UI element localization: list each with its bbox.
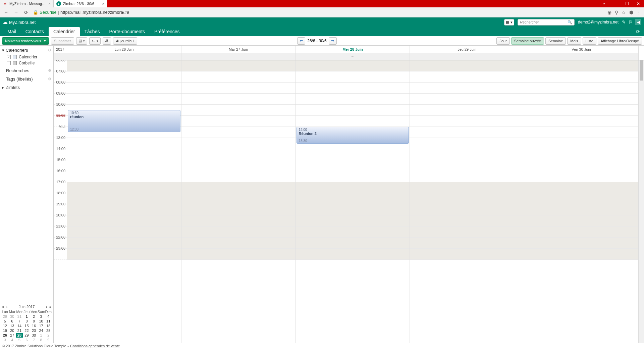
minical-day[interactable]: 24 [38, 328, 45, 333]
minical-day[interactable]: 27 [9, 333, 16, 338]
minical-day[interactable]: 29 [1, 314, 9, 319]
delete-button[interactable]: Supprimer [51, 37, 74, 45]
minical-day[interactable]: 3 [38, 314, 45, 319]
minical-day[interactable]: 9 [30, 319, 38, 323]
minical-day[interactable]: 14 [16, 323, 23, 328]
gear-icon[interactable]: ⚙ [48, 77, 51, 81]
grip-icon[interactable]: ⋯ [296, 53, 410, 60]
calendar-event[interactable]: 12:00Réunion 213:30 [297, 127, 409, 144]
day-column[interactable] [181, 60, 296, 343]
minical-day[interactable]: 30 [9, 314, 16, 319]
sidebar-zimlets-head[interactable]: ▸ Zimlets [0, 83, 53, 91]
compose-icon[interactable]: ✎ [622, 19, 626, 25]
refresh-icon[interactable]: ⟳ [636, 29, 640, 34]
minical-day[interactable]: 13 [9, 323, 16, 328]
view-week-button[interactable]: Semaine [545, 37, 566, 45]
eye-icon[interactable]: ◉ [607, 10, 611, 15]
tab-briefcase[interactable]: Porte-documents [104, 27, 150, 36]
extension-icon[interactable]: ⬢ [629, 10, 633, 15]
minical-day[interactable]: 12 [1, 323, 9, 328]
day-column[interactable]: 12:00Réunion 213:30 [296, 60, 410, 343]
calendar-event[interactable]: 10:30réunion12:30 [68, 110, 180, 132]
minical-day[interactable]: 4 [9, 338, 16, 342]
user-icon[interactable]: ▪ [598, 0, 610, 7]
print-button[interactable]: 🖶 [103, 37, 111, 45]
forward-button[interactable]: → [13, 10, 19, 15]
minical-day[interactable]: 2 [30, 314, 38, 319]
day-column[interactable] [410, 60, 524, 343]
minical-day[interactable]: 8 [38, 338, 45, 342]
minical-day[interactable]: 23 [30, 328, 38, 333]
collapse-panel-icon[interactable]: ◀ [635, 19, 641, 25]
day-column[interactable] [524, 60, 639, 343]
scrollbar[interactable] [639, 60, 644, 343]
minical-day[interactable]: 6 [23, 338, 31, 342]
new-appointment-button[interactable]: Nouveau rendez-vous ▾ [2, 37, 49, 45]
tab-preferences[interactable]: Préférences [150, 27, 184, 36]
minical-day[interactable]: 10 [38, 319, 45, 323]
maximize-icon[interactable]: ☐ [621, 0, 633, 7]
close-window-icon[interactable]: ✕ [633, 0, 644, 7]
search-input[interactable]: Rechercher 🔍 [518, 19, 575, 26]
url-field[interactable]: 🔒 Sécurisé | https://mail.myzimbra.net/z… [33, 10, 604, 15]
minical-day[interactable]: 5 [16, 338, 23, 342]
minimize-icon[interactable]: — [610, 0, 621, 7]
day-header[interactable]: Mar 27 Juin [181, 46, 296, 53]
move-button[interactable]: ▤▾ [76, 37, 87, 45]
minical-day[interactable]: 2 [45, 333, 52, 338]
browser-tab[interactable]: ● Zimbra: 26/6 - 30/6 × [54, 0, 107, 7]
minical-day[interactable]: 18 [45, 323, 52, 328]
search-icon[interactable]: 🔍 [568, 20, 572, 24]
star-icon[interactable]: ☆ [622, 10, 626, 15]
day-column[interactable]: 10:30réunion12:30 [67, 60, 181, 343]
tab-calendar[interactable]: Calendrier [49, 27, 80, 36]
browser-tab[interactable]: ✱ MyZimbra - Messagerie × [0, 0, 54, 7]
gear-icon[interactable]: ⚙ [48, 48, 51, 52]
view-workweek-button[interactable]: Semaine ouvrée [511, 37, 544, 45]
logout-icon[interactable]: ⎘ [629, 19, 632, 25]
minical-prev-year[interactable]: « [1, 305, 5, 309]
minical-day[interactable]: 22 [23, 328, 31, 333]
search-scope-select[interactable]: ▦ ▾ [504, 19, 514, 26]
minical-prev-month[interactable]: ‹ [5, 305, 8, 309]
day-header[interactable]: Ven 30 Juin [524, 46, 639, 53]
menu-icon[interactable]: ⋮ [637, 10, 641, 15]
next-range-button[interactable]: ➡ [329, 37, 337, 45]
minical-day[interactable]: 29 [23, 333, 31, 338]
minical-day[interactable]: 25 [45, 328, 52, 333]
minical-day[interactable]: 6 [9, 319, 16, 323]
view-month-button[interactable]: Mois [567, 37, 581, 45]
sidebar-tags-head[interactable]: Tags (libellés) ⚙ [0, 74, 53, 83]
minical-day[interactable]: 26 [1, 333, 9, 338]
minical-day[interactable]: 5 [1, 319, 9, 323]
minical-day[interactable]: 4 [45, 314, 52, 319]
minical-day[interactable]: 19 [1, 328, 9, 333]
minical-day[interactable]: 3 [1, 338, 9, 342]
footer-link[interactable]: Conditions générales de vente [70, 344, 120, 348]
minical-day[interactable]: 7 [16, 319, 23, 323]
minical-next-month[interactable]: › [45, 305, 48, 309]
close-icon[interactable]: × [49, 2, 51, 6]
day-header[interactable]: Jeu 29 Juin [410, 46, 524, 53]
tag-button[interactable]: 🏷▾ [89, 37, 101, 45]
view-list-button[interactable]: Liste [583, 37, 596, 45]
view-freebusy-button[interactable]: Affichage Libre/Occupé [598, 37, 642, 45]
allday-row[interactable]: ⋯ [54, 53, 644, 60]
day-header[interactable]: Mer 28 Juin [296, 46, 410, 53]
minical-day[interactable]: 30 [30, 333, 38, 338]
today-button[interactable]: Aujourd'hui [113, 37, 138, 45]
brand-logo[interactable]: ☁ MyZimbra.net [3, 19, 36, 25]
checkbox[interactable]: ✓ [7, 55, 11, 59]
tab-tasks[interactable]: Tâches [80, 27, 105, 36]
minical-day[interactable]: 11 [45, 319, 52, 323]
user-label[interactable]: demo2@myzimbra.net [578, 20, 619, 24]
prev-range-button[interactable]: ⬅ [297, 37, 305, 45]
view-day-button[interactable]: Jour [496, 37, 509, 45]
sidebar-calendars-head[interactable]: ▾ Calendriers ⚙ [0, 46, 53, 54]
minical-day[interactable]: 8 [23, 319, 31, 323]
minical-day[interactable]: 17 [38, 323, 45, 328]
back-button[interactable]: ← [3, 10, 9, 15]
gear-icon[interactable]: ⚙ [48, 68, 51, 73]
sidebar-item-trash[interactable]: Corbeille [0, 60, 53, 66]
minical-day[interactable]: 9 [45, 338, 52, 342]
